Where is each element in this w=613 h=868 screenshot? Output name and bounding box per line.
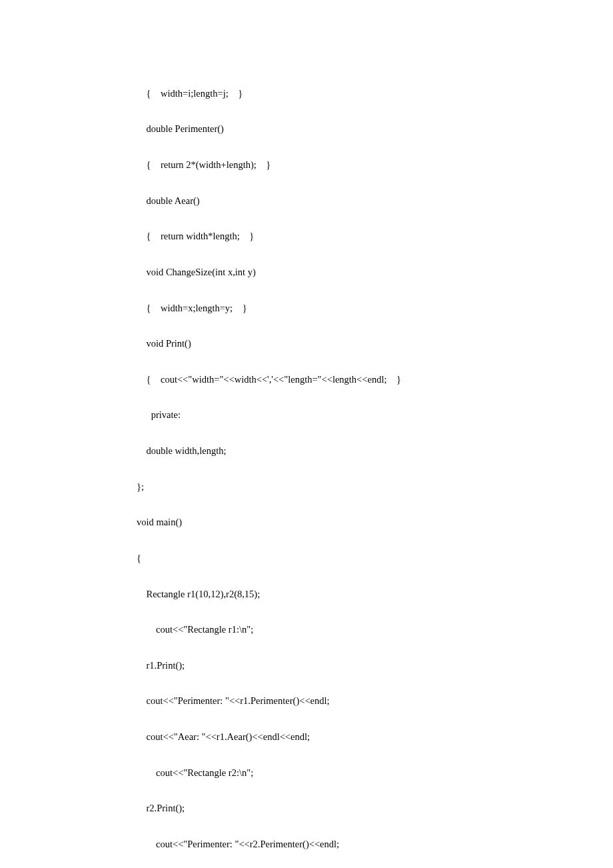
code-line: double width,length; (137, 442, 553, 460)
code-line: { width=i;length=j; } (137, 85, 553, 103)
code-line: double Perimenter() (137, 120, 553, 138)
code-line: void Print() (137, 335, 553, 353)
code-line: Rectangle r1(10,12),r2(8,15); (137, 585, 553, 603)
code-line: { return 2*(width+length); } (137, 156, 553, 174)
code-line: cout<<"Rectangle r1:\n"; (137, 621, 553, 639)
code-block-1: { width=i;length=j; } double Perimenter(… (137, 67, 553, 868)
code-line: void ChangeSize(int x,int y) (137, 263, 553, 281)
code-line: cout<<"Perimenter: "<<r2.Perimenter()<<e… (137, 835, 553, 853)
code-line: { cout<<"width="<<width<<','<<"length="<… (137, 371, 553, 389)
code-line: cout<<"Aear: "<<r1.Aear()<<endl<<endl; (137, 728, 553, 746)
code-line: double Aear() (137, 192, 553, 210)
code-line: void main() (137, 513, 553, 531)
code-line: { (137, 549, 553, 567)
code-line: r1.Print(); (137, 657, 553, 675)
code-line: private: (137, 406, 553, 424)
code-line: }; (137, 478, 553, 496)
code-line: { return width*length; } (137, 227, 553, 245)
code-line: cout<<"Perimenter: "<<r1.Perimenter()<<e… (137, 692, 553, 710)
code-line: { width=x;length=y; } (137, 299, 553, 317)
page: { width=i;length=j; } double Perimenter(… (0, 0, 613, 868)
code-line: r2.Print(); (137, 799, 553, 817)
code-line: cout<<"Rectangle r2:\n"; (137, 764, 553, 782)
